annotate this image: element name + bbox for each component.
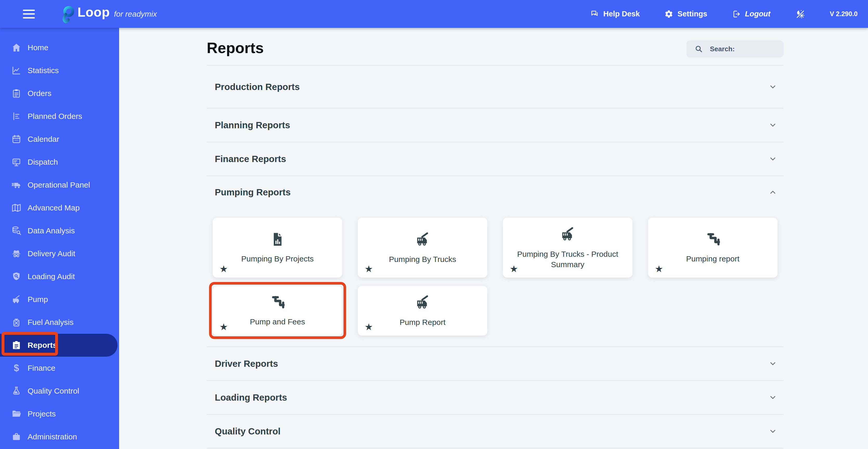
brand-tagline: for readymix	[114, 10, 157, 19]
sidebar-item-orders[interactable]: Orders	[0, 82, 119, 105]
pipe-icon	[705, 231, 721, 247]
favorite-star-icon[interactable]: ★	[219, 264, 228, 274]
sidebar-item-calendar[interactable]: Calendar	[0, 128, 119, 151]
sidebar-item-loading-audit[interactable]: Loading Audit	[0, 265, 119, 288]
section-loading-reports[interactable]: Loading Reports	[207, 381, 783, 415]
search-input[interactable]: Search:	[686, 40, 783, 57]
section-production-reports[interactable]: Production Reports	[207, 65, 783, 109]
section-pumping-reports[interactable]: Pumping Reports	[207, 176, 783, 208]
sidebar-item-dispatch[interactable]: Dispatch	[0, 151, 119, 174]
briefcase-icon	[10, 431, 22, 443]
report-clipboard-icon	[10, 339, 22, 351]
loop-logo-icon	[60, 5, 75, 23]
gear-icon	[664, 10, 673, 19]
sidebar-item-planned-orders[interactable]: Planned Orders	[0, 105, 119, 128]
sidebar-item-statistics[interactable]: Statistics	[0, 59, 119, 82]
sidebar-item-operational-panel[interactable]: Operational Panel	[0, 174, 119, 197]
chevron-down-icon	[768, 427, 777, 436]
chevron-down-icon	[768, 82, 777, 92]
section-driver-reports[interactable]: Driver Reports	[207, 347, 783, 381]
favorite-star-icon[interactable]: ★	[655, 264, 663, 274]
card-pumping-by-trucks-product-summary[interactable]: Pumping By Trucks - Product Summary ★	[503, 218, 632, 277]
flask-icon	[10, 385, 22, 397]
map-icon	[10, 202, 22, 214]
page-title: Reports	[207, 36, 264, 56]
card-pumping-by-trucks[interactable]: Pumping By Trucks ★	[358, 218, 487, 277]
sidebar-item-advanced-map[interactable]: Advanced Map	[0, 197, 119, 219]
planned-list-icon	[10, 110, 22, 122]
logout-icon	[732, 10, 741, 19]
help-desk-label: Help Desk	[603, 10, 640, 18]
favorite-star-icon[interactable]: ★	[365, 264, 373, 274]
fuel-can-icon	[10, 316, 22, 328]
pump-truck-icon	[414, 294, 431, 311]
sidebar-item-pump[interactable]: Pump	[0, 288, 119, 311]
card-pumping-by-projects[interactable]: Pumping By Projects ★	[213, 218, 342, 277]
chevron-up-icon	[768, 187, 777, 197]
search-icon	[694, 44, 703, 53]
theme-toggle-icon	[795, 9, 805, 19]
search-placeholder: Search:	[710, 45, 735, 53]
monitor-icon	[10, 156, 22, 168]
chevron-down-icon	[768, 154, 777, 163]
sidebar-item-projects[interactable]: Projects	[0, 402, 119, 425]
sidebar-item-reports[interactable]: Reports	[0, 334, 118, 357]
logout-button[interactable]: Logout	[732, 10, 771, 19]
clipboard-icon	[10, 87, 22, 99]
favorite-star-icon[interactable]: ★	[219, 322, 228, 332]
database-search-icon	[10, 225, 22, 237]
brand-name: Loop	[78, 5, 110, 20]
settings-button[interactable]: Settings	[664, 10, 707, 19]
topbar-actions: Help Desk Settings Logout	[590, 9, 868, 19]
menu-icon[interactable]	[23, 10, 35, 19]
chevron-down-icon	[768, 359, 777, 368]
top-bar: Loop for readymix Help Desk Settings Log…	[0, 0, 868, 28]
page-header: Reports Search:	[207, 28, 783, 65]
brand-logo: Loop for readymix	[60, 5, 157, 23]
pump-truck-icon	[414, 231, 431, 248]
favorite-star-icon[interactable]: ★	[365, 322, 373, 332]
settings-label: Settings	[677, 10, 707, 18]
sidebar-item-data-analysis[interactable]: Data Analysis	[0, 219, 119, 242]
chevron-down-icon	[768, 120, 777, 130]
section-quality-control[interactable]: Quality Control	[207, 415, 783, 448]
pump-truck-icon	[559, 226, 576, 243]
pipe-icon	[270, 294, 285, 310]
home-icon	[10, 41, 22, 54]
line-chart-icon	[10, 64, 22, 77]
sidebar-item-delivery-audit[interactable]: Delivery Audit	[0, 242, 119, 265]
section-finance-reports[interactable]: Finance Reports	[207, 142, 783, 176]
section-planning-reports[interactable]: Planning Reports	[207, 109, 783, 142]
sidebar-item-fuel-analysis[interactable]: Fuel Analysis	[0, 311, 119, 334]
card-pump-and-fees[interactable]: Pump and Fees ★	[213, 286, 342, 336]
logout-label: Logout	[745, 10, 771, 18]
truck-fast-icon	[10, 179, 22, 191]
sidebar-item-quality-control[interactable]: Quality Control	[0, 380, 119, 402]
sidebar-item-administration[interactable]: Administration	[0, 425, 119, 448]
sidebar-nav: Home Statistics Orders Planned Orders Ca…	[0, 28, 119, 449]
dollar-icon: $	[10, 362, 22, 374]
file-chart-icon	[270, 231, 285, 247]
card-pumping-report[interactable]: Pumping report ★	[648, 218, 777, 277]
card-pump-report[interactable]: Pump Report ★	[358, 286, 487, 336]
version-label: V 2.290.0	[830, 10, 858, 18]
chevron-down-icon	[768, 393, 777, 402]
sidebar-item-home[interactable]: Home	[0, 36, 119, 59]
main-content: Reports Search: Production Reports Plann…	[119, 28, 868, 449]
calendar-icon	[10, 133, 22, 145]
sidebar-item-finance[interactable]: $ Finance	[0, 357, 119, 380]
chat-icon	[590, 10, 599, 19]
incognito-icon	[10, 248, 22, 260]
favorite-star-icon[interactable]: ★	[510, 264, 518, 274]
theme-toggle-button[interactable]	[795, 9, 805, 19]
folder-icon	[10, 408, 22, 420]
pumping-reports-cards: Pumping By Projects ★ Pumping By Trucks …	[207, 208, 783, 347]
pump-truck-icon	[10, 294, 22, 305]
shield-search-icon	[10, 271, 22, 282]
help-desk-button[interactable]: Help Desk	[590, 10, 640, 19]
